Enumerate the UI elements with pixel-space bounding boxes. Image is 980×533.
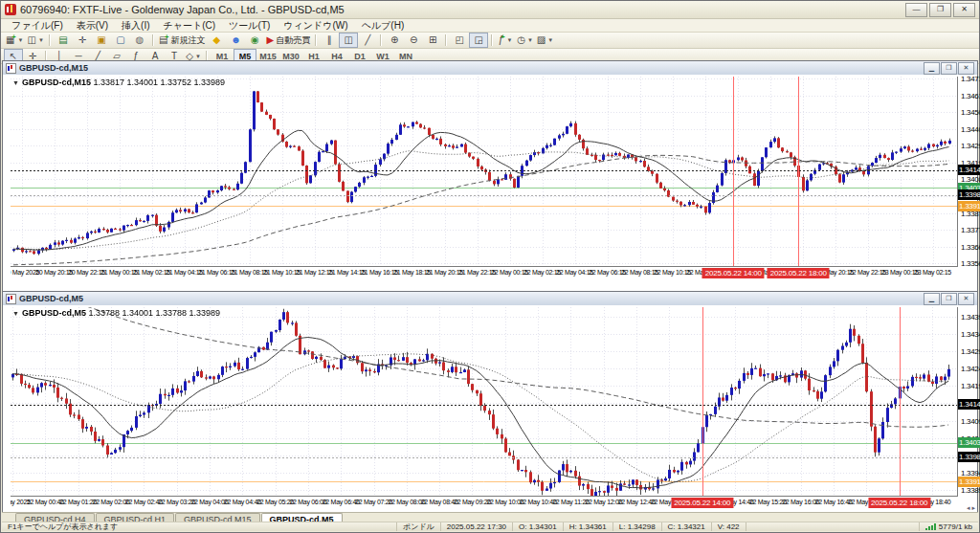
time-tick: 22 May 04:15	[556, 269, 593, 276]
menu-item-5[interactable]: ウィンドウ(W)	[277, 19, 354, 33]
navigator-button[interactable]: ▣	[92, 33, 111, 48]
price-tick: 1.33770	[961, 226, 980, 234]
time-tick: 22 May 12:00	[585, 499, 622, 505]
navigator-icon: ▣	[97, 33, 105, 47]
vline-time-badge: 2025.05.22 14:00	[671, 498, 733, 508]
data-window-button[interactable]: ✛	[73, 33, 92, 48]
time-tick: 22 May 04:00	[190, 499, 228, 505]
indicators-button[interactable]: ƒ+▼	[496, 33, 515, 48]
dropdown-arrow-icon[interactable]: ▼	[38, 33, 44, 47]
market-watch-button[interactable]: ▤	[54, 33, 73, 48]
price-level-badge: 1.33989	[958, 452, 980, 462]
cascade-button[interactable]: ◰	[450, 33, 469, 48]
tile-windows-button[interactable]: ⊞	[423, 33, 442, 48]
time-tick: 21 May 10:15	[263, 269, 301, 276]
toolbar-separator	[491, 34, 493, 46]
plus-overlay-icon: +	[501, 31, 504, 44]
dropdown-arrow-icon[interactable]: ▼	[18, 33, 24, 47]
time-tick: 22 May 05:20	[256, 499, 294, 505]
time-tick: 22 May 08:15	[621, 269, 658, 276]
chart-minimize-button[interactable]: ▁	[924, 62, 940, 75]
zoom-out-button[interactable]: ⊖	[404, 33, 423, 48]
time-tick: 21 May 16:15	[361, 269, 398, 276]
chart-minimize-button[interactable]: ▁	[924, 293, 940, 305]
tile-vertical-icon: ◲	[474, 33, 482, 47]
dropdown-arrow-icon[interactable]: ▼	[547, 33, 553, 47]
strategy-tester-button[interactable]: ◍	[130, 33, 149, 48]
menu-item-1[interactable]: 表示(V)	[70, 19, 115, 33]
status-low: L: 1.34298	[613, 522, 662, 531]
time-axis[interactable]: 22 May 202522 May 00:4022 May 01:2022 Ma…	[11, 497, 957, 509]
data-window-icon: ✛	[78, 33, 86, 47]
new-order-button[interactable]: ▤+新規注文	[157, 33, 208, 48]
metaeditor-button[interactable]: ◆	[207, 33, 226, 48]
price-level-badge: 1.33989	[958, 189, 980, 200]
menu-item-2[interactable]: 挿入(I)	[115, 19, 156, 33]
time-tick: 22 May 03:20	[158, 499, 195, 505]
line-chart-icon: ╱	[365, 33, 370, 47]
minimize-button[interactable]: —	[905, 3, 927, 17]
time-axis[interactable]: 20 May 202520 May 20:1520 May 22:1521 Ma…	[11, 267, 957, 279]
candlestick-chart-icon: ◫	[344, 33, 352, 47]
website-icon: ◉	[251, 33, 259, 47]
zoom-out-icon: ⊖	[410, 33, 417, 47]
dropdown-arrow-icon[interactable]: ▼	[507, 33, 513, 47]
line-chart-button[interactable]: ╱	[358, 33, 377, 48]
chart-body[interactable]: ▼GBPUSD-cd,M5 1.33788 1.34001 1.33788 1.…	[3, 305, 977, 513]
profiles-button[interactable]: ◫▼	[26, 33, 46, 48]
vline-time-badge: 2025.05.22 14:00	[702, 268, 765, 278]
candlestick-chart-button[interactable]: ◫	[339, 33, 358, 48]
price-tick: 1.34095	[961, 417, 980, 426]
new-order-button-label: 新規注文	[170, 33, 205, 47]
auto-trading-button[interactable]: ▶自動売買	[264, 33, 312, 48]
price-plot-canvas[interactable]	[11, 77, 958, 267]
legend-collapse-icon[interactable]: ▼	[12, 310, 19, 317]
time-tick: 22 May 09:20	[454, 499, 491, 505]
terminal-button[interactable]: ▢	[111, 33, 130, 48]
vline-time-badge: 2025.05.22 18:00	[768, 268, 830, 278]
website-button[interactable]: ◉	[245, 33, 264, 48]
time-tick: 21 May 06:15	[198, 269, 235, 276]
chart-body[interactable]: ▼GBPUSD-cd,M15 1.33817 1.34001 1.33752 1…	[3, 75, 977, 291]
new-chart-button[interactable]: ▦+▼	[4, 33, 26, 48]
community-button[interactable]: ☻	[226, 33, 245, 48]
bar-chart-button[interactable]: ∥	[320, 33, 339, 48]
cascade-icon: ◰	[455, 33, 463, 47]
price-plot-canvas[interactable]	[11, 307, 958, 497]
close-button[interactable]: ✕	[953, 3, 975, 17]
periods-icon: ◷	[517, 33, 525, 47]
scroll-arrows[interactable]: ◂ ▸	[967, 504, 975, 512]
strategy-tester-icon: ◍	[136, 33, 145, 47]
chart-titlebar[interactable]: GBPUSD-cd,M5▁❐✕	[3, 292, 977, 306]
time-tick: 20 May 20:15	[35, 269, 73, 276]
dropdown-arrow-icon[interactable]: ▼	[527, 33, 533, 47]
templates-button[interactable]: ▨▼	[535, 33, 555, 48]
connection-status: 5779/1 kb	[919, 522, 978, 531]
community-icon: ☻	[231, 33, 241, 47]
menu-item-6[interactable]: ヘルプ(H)	[355, 19, 412, 33]
price-level-badge: 1.33919	[958, 477, 980, 487]
chart-titlebar[interactable]: GBPUSD-cd,M15▁❐✕	[3, 61, 977, 76]
price-tick: 1.34345	[961, 330, 980, 339]
chart-close-button[interactable]: ✕	[958, 62, 974, 75]
zoom-in-button[interactable]: ⊕	[385, 33, 404, 48]
price-axis[interactable]: 1.343951.343451.342951.342451.341951.341…	[958, 307, 980, 496]
chart-restore-button[interactable]: ❐	[941, 293, 957, 305]
maximize-button[interactable]: ❐	[929, 3, 951, 17]
time-tick: 22 May 08:40	[421, 499, 458, 505]
menu-item-4[interactable]: ツール(T)	[222, 19, 277, 33]
auto-trading-icon: ▶	[266, 33, 274, 47]
price-level-badge: 1.34142	[958, 165, 980, 175]
time-tick: 22 May 10:15	[654, 269, 691, 276]
legend-collapse-icon[interactable]: ▼	[12, 79, 19, 86]
price-tick: 1.34295	[961, 142, 980, 150]
vline-time-badge: 2025.05.22 18:00	[868, 498, 930, 508]
status-help-text: F1キーでヘルプが表示されます	[2, 522, 397, 531]
chart-close-button[interactable]: ✕	[958, 293, 974, 305]
price-axis[interactable]: 1.347151.346101.345051.344001.342951.341…	[958, 77, 980, 266]
tile-vertical-button[interactable]: ◲	[469, 33, 488, 48]
status-high: H: 1.34361	[564, 522, 613, 531]
chart-restore-button[interactable]: ❐	[941, 62, 957, 75]
time-tick: 22 May 02:40	[125, 499, 163, 505]
periods-button[interactable]: ◷▼	[515, 33, 535, 48]
